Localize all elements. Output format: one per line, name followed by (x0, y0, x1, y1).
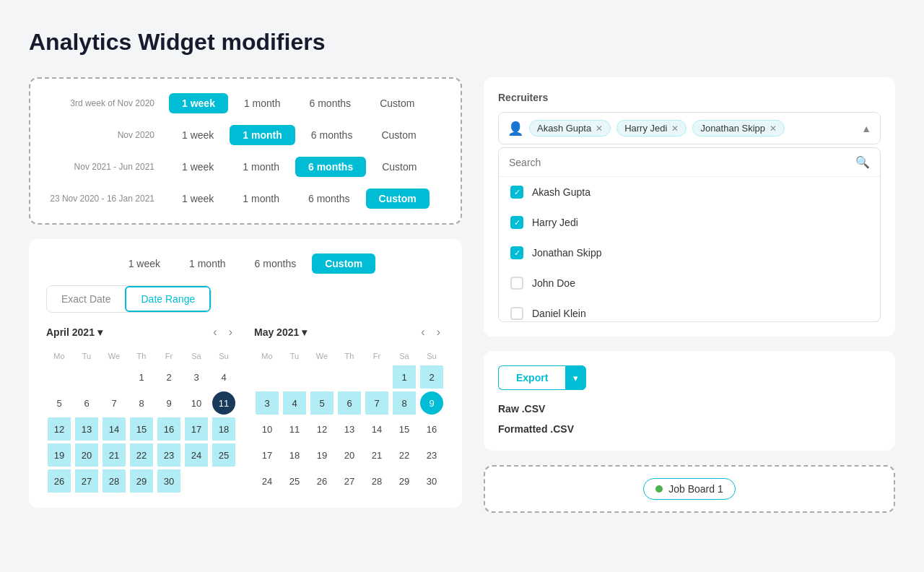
export-option-formatted[interactable]: Formatted .CSV (498, 422, 881, 436)
btn-custom-1[interactable]: Custom (367, 93, 427, 113)
jobboard-tag[interactable]: Job Board 1 (643, 478, 736, 500)
may-day-8[interactable]: 8 (393, 391, 416, 415)
recruiter-item-jonathan[interactable]: Jonathan Skipp (499, 238, 880, 268)
april-day-19[interactable]: 19 (48, 443, 71, 467)
custom-btn-6months[interactable]: 6 months (242, 254, 310, 274)
april-day-24[interactable]: 24 (185, 443, 208, 467)
may-day-17[interactable]: 17 (256, 443, 279, 467)
checkbox-daniel[interactable] (510, 307, 523, 320)
recruiter-tag-jonathan-close[interactable]: ✕ (770, 124, 777, 134)
may-day-24[interactable]: 24 (256, 469, 279, 493)
april-month-label[interactable]: April 2021 ▾ (46, 326, 103, 338)
may-day-3[interactable]: 3 (256, 391, 279, 415)
may-day-29[interactable]: 29 (393, 469, 416, 493)
btn-1month-1[interactable]: 1 month (231, 93, 294, 113)
may-day-9[interactable]: 9 (420, 391, 443, 415)
may-next-btn[interactable]: › (432, 324, 445, 340)
april-day-4[interactable]: 4 (212, 365, 235, 389)
april-day-16[interactable]: 16 (157, 417, 180, 441)
checkbox-jonathan[interactable] (510, 246, 523, 259)
recruiter-item-daniel[interactable]: Daniel Klein (499, 298, 880, 321)
may-day-14[interactable]: 14 (365, 417, 388, 441)
checkbox-john[interactable] (510, 277, 523, 290)
custom-btn-custom[interactable]: Custom (312, 254, 375, 274)
may-day-6[interactable]: 6 (338, 391, 361, 415)
april-day-27[interactable]: 27 (75, 469, 98, 493)
april-day-10[interactable]: 10 (185, 391, 208, 415)
april-day-12[interactable]: 12 (48, 417, 71, 441)
april-day-5[interactable]: 5 (48, 391, 71, 415)
btn-custom-4[interactable]: Custom (366, 188, 430, 209)
april-day-8[interactable]: 8 (130, 391, 153, 415)
may-day-18[interactable]: 18 (283, 443, 306, 467)
may-day-13[interactable]: 13 (338, 417, 361, 441)
april-day-25[interactable]: 25 (212, 443, 235, 467)
april-day-14[interactable]: 14 (103, 417, 126, 441)
btn-6months-3[interactable]: 6 months (295, 157, 366, 177)
april-day-29[interactable]: 29 (130, 469, 153, 493)
may-day-22[interactable]: 22 (393, 443, 416, 467)
may-day-27[interactable]: 27 (338, 469, 361, 493)
may-day-23[interactable]: 23 (420, 443, 443, 467)
checkbox-akash[interactable] (510, 186, 523, 199)
april-day-23[interactable]: 23 (157, 443, 180, 467)
btn-6months-1[interactable]: 6 months (297, 93, 365, 113)
btn-custom-2[interactable]: Custom (368, 125, 429, 145)
btn-exact-date[interactable]: Exact Date (47, 286, 125, 312)
may-day-19[interactable]: 19 (310, 443, 334, 467)
recruiter-select-box[interactable]: 👤 Akash Gupta ✕ Harry Jedi ✕ Jonathan Sk… (498, 112, 881, 144)
custom-btn-1month[interactable]: 1 month (176, 254, 239, 274)
recruiter-tag-harry-close[interactable]: ✕ (671, 124, 679, 134)
april-day-22[interactable]: 22 (130, 443, 153, 467)
may-prev-btn[interactable]: ‹ (417, 324, 429, 340)
btn-1week-2[interactable]: 1 week (169, 125, 227, 145)
april-day-17[interactable]: 17 (185, 417, 208, 441)
export-option-raw[interactable]: Raw .CSV (498, 402, 881, 416)
recruiter-item-john[interactable]: John Doe (499, 268, 880, 298)
may-day-1[interactable]: 1 (393, 365, 416, 389)
april-day-13[interactable]: 13 (75, 417, 98, 441)
may-day-7[interactable]: 7 (365, 391, 388, 415)
april-day-20[interactable]: 20 (75, 443, 98, 467)
checkbox-harry[interactable] (510, 216, 523, 229)
april-day-28[interactable]: 28 (103, 469, 126, 493)
recruiter-item-akash[interactable]: Akash Gupta (499, 177, 880, 207)
april-day-2[interactable]: 2 (157, 365, 180, 389)
may-month-label[interactable]: May 2021 ▾ (254, 326, 307, 338)
btn-1week-4[interactable]: 1 week (169, 188, 227, 209)
may-day-16[interactable]: 16 (420, 417, 443, 441)
export-dropdown-button[interactable]: ▾ (565, 365, 586, 390)
btn-custom-3[interactable]: Custom (369, 157, 430, 177)
april-day-9[interactable]: 9 (157, 391, 180, 415)
april-prev-btn[interactable]: ‹ (209, 324, 221, 340)
recruiter-tag-akash-close[interactable]: ✕ (596, 124, 603, 134)
export-main-button[interactable]: Export (498, 365, 565, 390)
may-day-25[interactable]: 25 (283, 469, 306, 493)
april-day-26[interactable]: 26 (48, 469, 71, 493)
may-day-30[interactable]: 30 (420, 469, 443, 493)
may-day-21[interactable]: 21 (365, 443, 388, 467)
may-day-12[interactable]: 12 (310, 417, 334, 441)
may-day-20[interactable]: 20 (338, 443, 361, 467)
may-day-26[interactable]: 26 (310, 469, 334, 493)
april-day-21[interactable]: 21 (103, 443, 126, 467)
april-next-btn[interactable]: › (225, 324, 237, 340)
btn-1week-3[interactable]: 1 week (169, 157, 227, 177)
btn-6months-2[interactable]: 6 months (298, 125, 366, 145)
may-day-5[interactable]: 5 (310, 391, 334, 415)
btn-1month-4[interactable]: 1 month (230, 188, 292, 209)
btn-1week-1[interactable]: 1 week (169, 93, 228, 113)
april-day-3[interactable]: 3 (185, 365, 208, 389)
recruiter-search-input[interactable] (509, 157, 850, 168)
april-day-6[interactable]: 6 (75, 391, 98, 415)
btn-6months-4[interactable]: 6 months (295, 188, 363, 209)
april-day-18[interactable]: 18 (212, 417, 235, 441)
may-day-2[interactable]: 2 (420, 365, 443, 389)
btn-date-range[interactable]: Date Range (125, 286, 211, 312)
may-day-4[interactable]: 4 (283, 391, 306, 415)
recruiter-item-harry[interactable]: Harry Jedi (499, 207, 880, 238)
april-day-1[interactable]: 1 (130, 365, 153, 389)
april-day-30[interactable]: 30 (157, 469, 180, 493)
april-day-7[interactable]: 7 (103, 391, 126, 415)
may-day-15[interactable]: 15 (393, 417, 416, 441)
